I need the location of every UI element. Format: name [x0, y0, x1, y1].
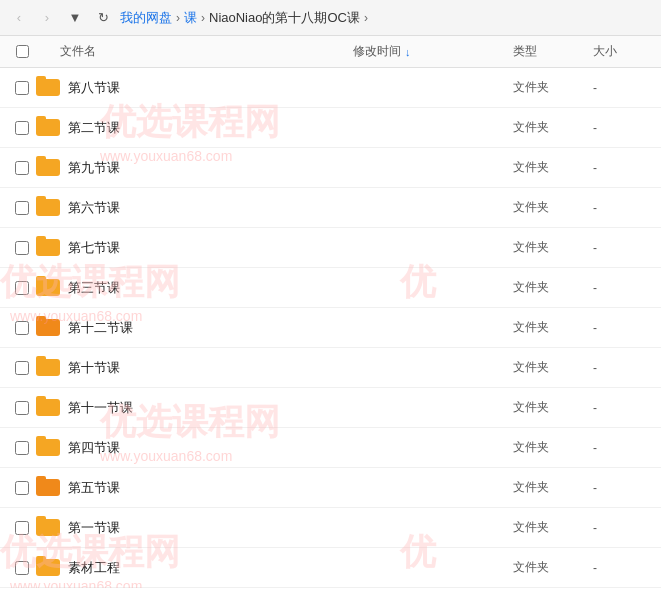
file-name-4: 第七节课: [68, 239, 353, 257]
file-type-5: 文件夹: [513, 279, 593, 296]
checkbox-10[interactable]: [15, 481, 29, 495]
row-checkbox-12[interactable]: [8, 561, 36, 575]
file-row[interactable]: 第三节课 文件夹 -: [0, 268, 661, 308]
row-checkbox-9[interactable]: [8, 441, 36, 455]
breadcrumb-current: NiaoNiao的第十八期OC课: [209, 9, 360, 27]
file-row[interactable]: 第十二节课 文件夹 -: [0, 308, 661, 348]
checkbox-4[interactable]: [15, 241, 29, 255]
file-type-11: 文件夹: [513, 519, 593, 536]
back-button[interactable]: ‹: [8, 7, 30, 29]
checkbox-1[interactable]: [15, 121, 29, 135]
file-size-2: -: [593, 161, 653, 175]
row-checkbox-1[interactable]: [8, 121, 36, 135]
col-modified-header[interactable]: 修改时间 ↓: [353, 43, 513, 60]
file-name-10: 第五节课: [68, 479, 353, 497]
col-size-header[interactable]: 大小: [593, 43, 653, 60]
row-checkbox-8[interactable]: [8, 401, 36, 415]
file-type-8: 文件夹: [513, 399, 593, 416]
file-row[interactable]: 第十一节课 文件夹 -: [0, 388, 661, 428]
file-type-4: 文件夹: [513, 239, 593, 256]
file-name-1: 第二节课: [68, 119, 353, 137]
folder-icon-2: [36, 156, 60, 180]
row-checkbox-4[interactable]: [8, 241, 36, 255]
file-type-7: 文件夹: [513, 359, 593, 376]
row-checkbox-7[interactable]: [8, 361, 36, 375]
col-name-header[interactable]: 文件名: [36, 43, 353, 60]
folder-icon-11: [36, 516, 60, 540]
file-size-10: -: [593, 481, 653, 495]
row-checkbox-3[interactable]: [8, 201, 36, 215]
file-name-11: 第一节课: [68, 519, 353, 537]
row-checkbox-2[interactable]: [8, 161, 36, 175]
file-name-5: 第三节课: [68, 279, 353, 297]
file-name-0: 第八节课: [68, 79, 353, 97]
row-checkbox-10[interactable]: [8, 481, 36, 495]
folder-icon-8: [36, 396, 60, 420]
file-type-12: 文件夹: [513, 559, 593, 576]
folder-icon-5: [36, 276, 60, 300]
breadcrumb-course[interactable]: 课: [184, 9, 197, 27]
file-type-1: 文件夹: [513, 119, 593, 136]
file-type-3: 文件夹: [513, 199, 593, 216]
file-name-12: 素材工程: [68, 559, 353, 577]
file-name-3: 第六节课: [68, 199, 353, 217]
row-checkbox-5[interactable]: [8, 281, 36, 295]
header-checkbox[interactable]: [8, 45, 36, 58]
checkbox-9[interactable]: [15, 441, 29, 455]
file-size-8: -: [593, 401, 653, 415]
checkbox-3[interactable]: [15, 201, 29, 215]
row-checkbox-6[interactable]: [8, 321, 36, 335]
breadcrumb-mydisk[interactable]: 我的网盘: [120, 9, 172, 27]
file-row[interactable]: 第五节课 文件夹 -: [0, 468, 661, 508]
breadcrumb: 我的网盘 › 课 › NiaoNiao的第十八期OC课 ›: [120, 9, 653, 27]
file-type-2: 文件夹: [513, 159, 593, 176]
file-type-6: 文件夹: [513, 319, 593, 336]
checkbox-12[interactable]: [15, 561, 29, 575]
breadcrumb-sep-3: ›: [364, 11, 368, 25]
file-size-1: -: [593, 121, 653, 135]
file-name-8: 第十一节课: [68, 399, 353, 417]
column-header: 文件名 修改时间 ↓ 类型 大小: [0, 36, 661, 68]
sort-icon: ↓: [405, 46, 411, 58]
file-row[interactable]: 第四节课 文件夹 -: [0, 428, 661, 468]
checkbox-2[interactable]: [15, 161, 29, 175]
checkbox-8[interactable]: [15, 401, 29, 415]
folder-icon-9: [36, 436, 60, 460]
breadcrumb-sep-1: ›: [176, 11, 180, 25]
file-size-3: -: [593, 201, 653, 215]
refresh-button[interactable]: ↻: [92, 7, 114, 29]
breadcrumb-sep-2: ›: [201, 11, 205, 25]
file-type-10: 文件夹: [513, 479, 593, 496]
file-type-0: 文件夹: [513, 79, 593, 96]
checkbox-6[interactable]: [15, 321, 29, 335]
file-row[interactable]: 素材工程 文件夹 -: [0, 548, 661, 588]
row-checkbox-11[interactable]: [8, 521, 36, 535]
file-name-2: 第九节课: [68, 159, 353, 177]
file-name-7: 第十节课: [68, 359, 353, 377]
file-name-6: 第十二节课: [68, 319, 353, 337]
folder-icon-6: [36, 316, 60, 340]
folder-icon-3: [36, 196, 60, 220]
select-all-checkbox[interactable]: [16, 45, 29, 58]
file-row[interactable]: 第八节课 文件夹 -: [0, 68, 661, 108]
file-row[interactable]: 第十节课 文件夹 -: [0, 348, 661, 388]
file-row[interactable]: 第六节课 文件夹 -: [0, 188, 661, 228]
dropdown-button[interactable]: ▼: [64, 7, 86, 29]
row-checkbox-0[interactable]: [8, 81, 36, 95]
file-name-9: 第四节课: [68, 439, 353, 457]
forward-button[interactable]: ›: [36, 7, 58, 29]
file-row[interactable]: 第九节课 文件夹 -: [0, 148, 661, 188]
file-size-5: -: [593, 281, 653, 295]
file-row[interactable]: 第一节课 文件夹 -: [0, 508, 661, 548]
col-type-header[interactable]: 类型: [513, 43, 593, 60]
checkbox-0[interactable]: [15, 81, 29, 95]
top-bar: ‹ › ▼ ↻ 我的网盘 › 课 › NiaoNiao的第十八期OC课 ›: [0, 0, 661, 36]
checkbox-5[interactable]: [15, 281, 29, 295]
file-row[interactable]: 第二节课 文件夹 -: [0, 108, 661, 148]
folder-icon-10: [36, 476, 60, 500]
checkbox-11[interactable]: [15, 521, 29, 535]
file-size-6: -: [593, 321, 653, 335]
file-size-0: -: [593, 81, 653, 95]
checkbox-7[interactable]: [15, 361, 29, 375]
file-row[interactable]: 第七节课 文件夹 -: [0, 228, 661, 268]
